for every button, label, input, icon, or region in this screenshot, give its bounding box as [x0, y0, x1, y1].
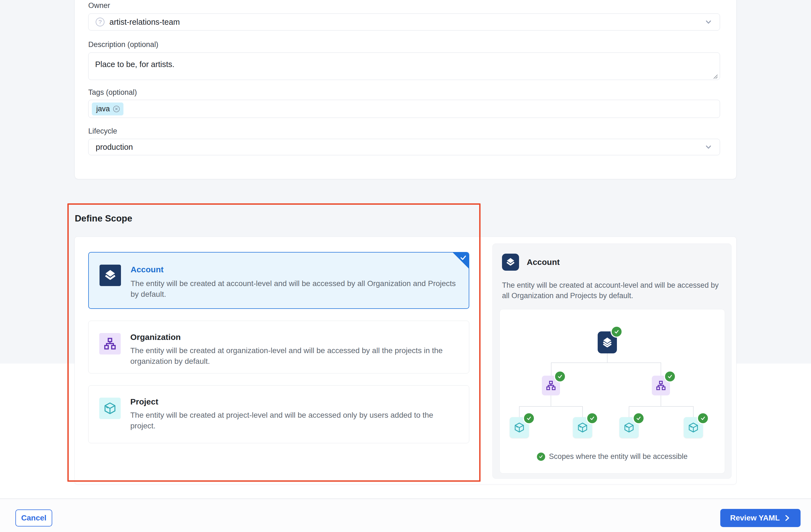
footer-bar [0, 499, 811, 532]
owner-value: artist-relations-team [109, 18, 180, 27]
diagram-caption: Scopes where the entity will be accessib… [500, 452, 725, 461]
scope-option-description: The entity will be created at account-le… [131, 278, 458, 299]
preview-description: The entity will be created at account-le… [502, 280, 725, 301]
check-badge-icon [698, 413, 708, 423]
scope-option-account[interactable]: Account The entity will be created at ac… [88, 252, 469, 309]
check-badge-icon [587, 413, 597, 423]
check-badge-icon [612, 327, 622, 337]
check-badge-icon [524, 413, 534, 423]
lifecycle-value: production [96, 143, 133, 152]
connector-line [661, 362, 661, 376]
lifecycle-select[interactable]: production [88, 139, 720, 155]
project-cube-icon [577, 422, 588, 433]
check-badge-icon [555, 372, 565, 381]
organization-chart-icon [655, 380, 667, 391]
check-badge-icon [634, 413, 644, 423]
define-scope-heading: Define Scope [75, 213, 132, 224]
owner-label: Owner [88, 1, 110, 10]
chevron-down-icon [704, 143, 713, 151]
connector-line [519, 406, 520, 417]
connector-line [629, 406, 694, 407]
preview-title: Account [527, 257, 560, 267]
tags-input[interactable]: java [88, 100, 720, 118]
check-badge-icon [665, 372, 675, 381]
account-layers-icon [502, 254, 519, 271]
scope-option-description: The entity will be created at project-le… [130, 410, 449, 431]
connector-line [582, 406, 583, 417]
define-scope-panel: Account The entity will be created at ac… [75, 237, 736, 484]
resize-handle-icon[interactable] [712, 73, 718, 79]
scope-option-title: Organization [130, 332, 181, 342]
scope-option-project[interactable]: Project The entity will be created at pr… [88, 385, 469, 443]
project-cube-icon [514, 422, 525, 433]
owner-select[interactable]: ? artist-relations-team [88, 14, 720, 31]
connector-line [551, 395, 551, 406]
scope-option-title: Account [131, 265, 164, 274]
connector-line [519, 406, 583, 407]
scope-option-organization[interactable]: Organization The entity will be created … [88, 321, 469, 373]
check-badge-icon [537, 453, 545, 461]
project-cube-icon [99, 397, 121, 419]
review-yaml-button[interactable]: Review YAML [720, 509, 800, 527]
diagram-caption-text: Scopes where the entity will be accessib… [549, 452, 688, 461]
scope-option-title: Project [130, 397, 158, 406]
connector-line [629, 406, 629, 417]
connector-line [551, 362, 551, 376]
account-layers-icon [100, 265, 121, 286]
tag-chip-label: java [96, 105, 110, 113]
entity-details-card: Owner ? artist-relations-team Descriptio… [75, 0, 736, 179]
scope-preview-panel: Account The entity will be created at ac… [492, 244, 732, 479]
cancel-button[interactable]: Cancel [15, 510, 52, 527]
organization-chart-icon [546, 380, 556, 391]
description-label: Description (optional) [88, 41, 158, 49]
project-cube-icon [688, 422, 699, 433]
help-icon: ? [96, 18, 105, 26]
lifecycle-label: Lifecycle [88, 127, 117, 136]
remove-tag-icon[interactable] [113, 105, 120, 113]
account-layers-icon [601, 337, 613, 348]
chevron-right-icon [783, 514, 791, 521]
selected-check-icon [459, 254, 467, 262]
description-textarea[interactable]: Place to be, for artists. [88, 52, 720, 80]
organization-chart-icon [99, 333, 121, 355]
connector-line [693, 406, 694, 417]
connector-line [551, 362, 661, 363]
create-entity-page: Owner ? artist-relations-team Descriptio… [0, 0, 811, 532]
scope-tree-diagram: Scopes where the entity will be accessib… [500, 309, 725, 473]
connector-line [661, 395, 661, 406]
description-field-wrap: Place to be, for artists. [88, 52, 720, 81]
review-yaml-label: Review YAML [730, 514, 780, 522]
tags-label: Tags (optional) [88, 88, 137, 97]
scope-option-description: The entity will be created at organizati… [130, 345, 455, 366]
connector-line [607, 354, 608, 363]
project-cube-icon [623, 422, 635, 433]
chevron-down-icon [704, 18, 713, 26]
tag-chip: java [92, 103, 123, 115]
